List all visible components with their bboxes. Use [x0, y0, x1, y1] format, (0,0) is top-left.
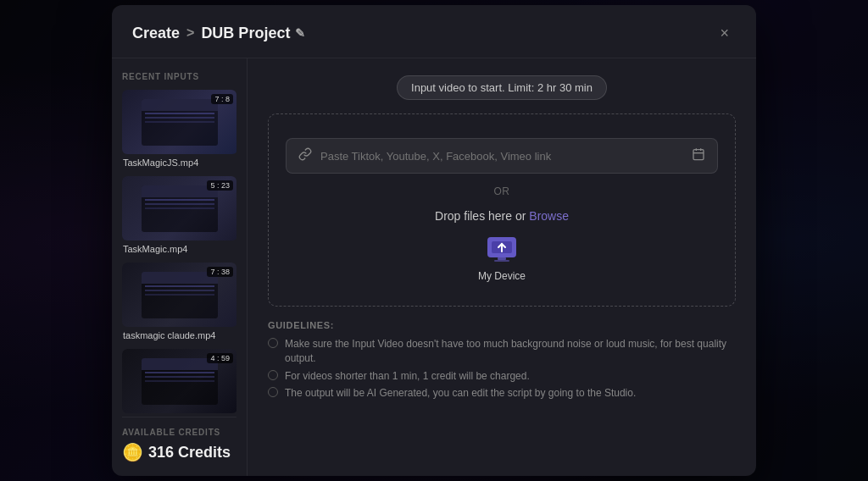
link-icon [298, 147, 312, 164]
thumb-label: taskmagic claude.mp4 [122, 330, 236, 340]
device-option[interactable]: My Device [478, 235, 526, 282]
thumbnail: 5 : 23 [122, 176, 236, 240]
browse-link[interactable]: Browse [529, 209, 569, 223]
limit-badge: Input video to start. Limit: 2 hr 30 min [397, 75, 607, 100]
modal-header: Create > DUB Project ✎ × [112, 5, 756, 58]
breadcrumb-root[interactable]: Create [132, 25, 180, 42]
main-content: Input video to start. Limit: 2 hr 30 min [248, 58, 756, 476]
calendar-icon [692, 147, 705, 164]
recent-inputs-label: RECENT INPUTS [122, 72, 236, 81]
coins-icon: 🪙 [122, 442, 143, 462]
close-button[interactable]: × [713, 22, 736, 44]
credits-amount: 316 Credits [148, 444, 231, 462]
thumb-screen [142, 99, 218, 146]
bullet-icon [268, 370, 278, 380]
upload-zone[interactable]: OR Drop files here or Browse [268, 113, 736, 307]
thumb-screen [142, 185, 218, 232]
list-item[interactable]: 5 : 23 TaskMagic.mp4 [122, 176, 236, 254]
modal-body: RECENT INPUTS 7 : 8 TaskMagicJS.mp4 5 : … [112, 58, 756, 476]
svg-rect-0 [693, 150, 704, 160]
thumb-duration: 5 : 23 [207, 180, 233, 191]
available-credits: AVAILABLE CREDITS 🪙 316 Credits [122, 417, 236, 462]
list-item: For videos shorter than 1 min, 1 credit … [268, 369, 736, 384]
url-input-row [286, 138, 718, 174]
guidelines: GUIDELINES: Make sure the Input Video do… [268, 320, 736, 401]
breadcrumb-current: DUB Project ✎ [201, 25, 305, 42]
thumbnail: 4 : 59 [122, 349, 236, 413]
sidebar: RECENT INPUTS 7 : 8 TaskMagicJS.mp4 5 : … [112, 58, 248, 476]
svg-rect-6 [498, 257, 506, 260]
list-item[interactable]: 4 : 59 [122, 349, 236, 417]
modal-container: Create > DUB Project ✎ × RECENT INPUTS 7… [112, 5, 756, 476]
thumbnail: 7 : 8 [122, 90, 236, 154]
edit-icon[interactable]: ✎ [295, 26, 305, 40]
thumbnail: 7 : 38 [122, 263, 236, 327]
drop-label: Drop files here or [435, 209, 526, 223]
guidelines-title: GUIDELINES: [268, 320, 736, 330]
url-input[interactable] [320, 150, 683, 163]
breadcrumb-separator: > [186, 25, 194, 41]
svg-rect-7 [494, 260, 509, 262]
list-item[interactable]: 7 : 38 taskmagic claude.mp4 [122, 263, 236, 340]
breadcrumb: Create > DUB Project ✎ [132, 25, 305, 42]
guideline-text: For videos shorter than 1 min, 1 credit … [285, 369, 530, 384]
thumb-label: TaskMagicJS.mp4 [122, 158, 236, 168]
guideline-text: Make sure the Input Video doesn't have t… [285, 337, 736, 366]
thumb-screen [142, 358, 218, 405]
breadcrumb-project-name: DUB Project [201, 25, 290, 42]
drop-text: Drop files here or Browse [435, 209, 569, 223]
thumb-screen [142, 272, 218, 318]
or-divider: OR [493, 185, 509, 197]
device-label: My Device [478, 270, 526, 282]
thumb-duration: 7 : 38 [207, 267, 233, 277]
guideline-text: The output will be AI Generated, you can… [285, 386, 636, 401]
device-icon [485, 235, 519, 265]
recent-inputs-list: 7 : 8 TaskMagicJS.mp4 5 : 23 TaskMagic.m… [122, 90, 236, 417]
bullet-icon [268, 387, 278, 397]
thumb-label: TaskMagic.mp4 [122, 244, 236, 254]
bullet-icon [268, 338, 278, 348]
credits-value: 🪙 316 Credits [122, 442, 236, 462]
thumb-duration: 4 : 59 [207, 353, 233, 363]
list-item[interactable]: 7 : 8 TaskMagicJS.mp4 [122, 90, 236, 168]
list-item: The output will be AI Generated, you can… [268, 386, 736, 401]
thumb-duration: 7 : 8 [211, 94, 233, 104]
list-item: Make sure the Input Video doesn't have t… [268, 337, 736, 366]
credits-label: AVAILABLE CREDITS [122, 428, 236, 437]
